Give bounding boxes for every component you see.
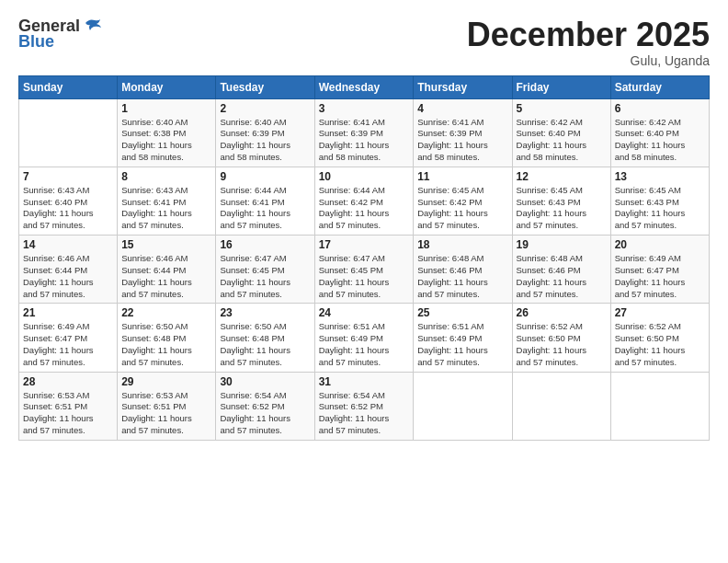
day-info: Sunrise: 6:45 AMSunset: 6:43 PMDaylight:…	[615, 185, 705, 232]
table-row: 15Sunrise: 6:46 AMSunset: 6:44 PMDayligh…	[118, 236, 216, 304]
day-number: 30	[220, 375, 310, 388]
calendar-week-row: 28Sunrise: 6:53 AMSunset: 6:51 PMDayligh…	[19, 372, 710, 440]
day-info: Sunrise: 6:46 AMSunset: 6:44 PMDaylight:…	[121, 253, 211, 300]
day-info: Sunrise: 6:53 AMSunset: 6:51 PMDaylight:…	[121, 390, 211, 437]
day-info: Sunrise: 6:41 AMSunset: 6:39 PMDaylight:…	[319, 117, 410, 164]
day-info: Sunrise: 6:42 AMSunset: 6:40 PMDaylight:…	[517, 117, 607, 164]
calendar-week-row: 7Sunrise: 6:43 AMSunset: 6:40 PMDaylight…	[19, 167, 710, 235]
day-number: 8	[121, 170, 211, 183]
table-row: 22Sunrise: 6:50 AMSunset: 6:48 PMDayligh…	[118, 304, 216, 372]
day-number: 19	[517, 238, 607, 251]
day-info: Sunrise: 6:47 AMSunset: 6:45 PMDaylight:…	[220, 253, 310, 300]
day-info: Sunrise: 6:44 AMSunset: 6:41 PMDaylight:…	[220, 185, 310, 232]
day-number: 20	[615, 238, 705, 251]
table-row: 7Sunrise: 6:43 AMSunset: 6:40 PMDaylight…	[19, 167, 118, 235]
day-number: 26	[517, 306, 607, 319]
calendar-header-row: Sunday Monday Tuesday Wednesday Thursday…	[19, 75, 710, 98]
day-info: Sunrise: 6:47 AMSunset: 6:45 PMDaylight:…	[319, 253, 410, 300]
table-row: 24Sunrise: 6:51 AMSunset: 6:49 PMDayligh…	[314, 304, 414, 372]
day-info: Sunrise: 6:53 AMSunset: 6:51 PMDaylight:…	[23, 390, 113, 437]
table-row: 26Sunrise: 6:52 AMSunset: 6:50 PMDayligh…	[512, 304, 610, 372]
month-title: December 2025	[467, 17, 710, 53]
table-row: 20Sunrise: 6:49 AMSunset: 6:47 PMDayligh…	[610, 236, 709, 304]
day-number: 12	[517, 170, 607, 183]
table-row: 19Sunrise: 6:48 AMSunset: 6:46 PMDayligh…	[512, 236, 610, 304]
day-info: Sunrise: 6:45 AMSunset: 6:43 PMDaylight:…	[517, 185, 607, 232]
day-number: 6	[615, 102, 705, 115]
day-info: Sunrise: 6:50 AMSunset: 6:48 PMDaylight:…	[121, 321, 211, 368]
col-saturday: Saturday	[610, 75, 709, 98]
day-info: Sunrise: 6:48 AMSunset: 6:46 PMDaylight:…	[517, 253, 607, 300]
day-number: 13	[615, 170, 705, 183]
day-info: Sunrise: 6:43 AMSunset: 6:40 PMDaylight:…	[23, 185, 113, 232]
day-info: Sunrise: 6:54 AMSunset: 6:52 PMDaylight:…	[319, 390, 410, 437]
day-info: Sunrise: 6:52 AMSunset: 6:50 PMDaylight:…	[517, 321, 607, 368]
day-info: Sunrise: 6:40 AMSunset: 6:39 PMDaylight:…	[220, 117, 310, 164]
day-number: 14	[23, 238, 113, 251]
day-info: Sunrise: 6:41 AMSunset: 6:39 PMDaylight:…	[417, 117, 507, 164]
table-row: 13Sunrise: 6:45 AMSunset: 6:43 PMDayligh…	[610, 167, 709, 235]
table-row: 5Sunrise: 6:42 AMSunset: 6:40 PMDaylight…	[512, 98, 610, 167]
col-tuesday: Tuesday	[216, 75, 314, 98]
table-row: 28Sunrise: 6:53 AMSunset: 6:51 PMDayligh…	[19, 372, 118, 440]
calendar-week-row: 1Sunrise: 6:40 AMSunset: 6:38 PMDaylight…	[19, 98, 710, 167]
table-row: 3Sunrise: 6:41 AMSunset: 6:39 PMDaylight…	[314, 98, 414, 167]
day-number: 4	[417, 102, 507, 115]
table-row: 25Sunrise: 6:51 AMSunset: 6:49 PMDayligh…	[414, 304, 512, 372]
table-row: 18Sunrise: 6:48 AMSunset: 6:46 PMDayligh…	[414, 236, 512, 304]
table-row: 31Sunrise: 6:54 AMSunset: 6:52 PMDayligh…	[314, 372, 414, 440]
day-number: 11	[417, 170, 507, 183]
day-number: 27	[615, 306, 705, 319]
table-row: 1Sunrise: 6:40 AMSunset: 6:38 PMDaylight…	[118, 98, 216, 167]
day-number: 28	[23, 375, 113, 388]
day-number: 16	[220, 238, 310, 251]
day-info: Sunrise: 6:54 AMSunset: 6:52 PMDaylight:…	[220, 390, 310, 437]
table-row: 30Sunrise: 6:54 AMSunset: 6:52 PMDayligh…	[216, 372, 314, 440]
header: General Blue December 2025 Gulu, Uganda	[18, 17, 710, 68]
day-number: 29	[121, 375, 211, 388]
calendar-week-row: 21Sunrise: 6:49 AMSunset: 6:47 PMDayligh…	[19, 304, 710, 372]
day-number: 1	[121, 102, 211, 115]
day-info: Sunrise: 6:43 AMSunset: 6:41 PMDaylight:…	[121, 185, 211, 232]
table-row: 14Sunrise: 6:46 AMSunset: 6:44 PMDayligh…	[19, 236, 118, 304]
col-monday: Monday	[118, 75, 216, 98]
day-info: Sunrise: 6:49 AMSunset: 6:47 PMDaylight:…	[23, 321, 113, 368]
day-info: Sunrise: 6:51 AMSunset: 6:49 PMDaylight:…	[417, 321, 507, 368]
day-number: 31	[319, 375, 410, 388]
day-info: Sunrise: 6:49 AMSunset: 6:47 PMDaylight:…	[615, 253, 705, 300]
day-info: Sunrise: 6:44 AMSunset: 6:42 PMDaylight:…	[319, 185, 410, 232]
logo: General Blue	[18, 17, 102, 52]
day-info: Sunrise: 6:52 AMSunset: 6:50 PMDaylight:…	[615, 321, 705, 368]
day-number: 17	[319, 238, 410, 251]
day-number: 18	[417, 238, 507, 251]
day-number: 25	[417, 306, 507, 319]
day-number: 23	[220, 306, 310, 319]
calendar: Sunday Monday Tuesday Wednesday Thursday…	[18, 75, 710, 441]
day-info: Sunrise: 6:48 AMSunset: 6:46 PMDaylight:…	[417, 253, 507, 300]
day-number: 9	[220, 170, 310, 183]
day-number: 10	[319, 170, 410, 183]
day-number: 7	[23, 170, 113, 183]
table-row: 12Sunrise: 6:45 AMSunset: 6:43 PMDayligh…	[512, 167, 610, 235]
day-number: 2	[220, 102, 310, 115]
day-number: 5	[517, 102, 607, 115]
table-row: 11Sunrise: 6:45 AMSunset: 6:42 PMDayligh…	[414, 167, 512, 235]
day-info: Sunrise: 6:50 AMSunset: 6:48 PMDaylight:…	[220, 321, 310, 368]
col-thursday: Thursday	[414, 75, 512, 98]
day-number: 24	[319, 306, 410, 319]
day-number: 21	[23, 306, 113, 319]
table-row: 10Sunrise: 6:44 AMSunset: 6:42 PMDayligh…	[314, 167, 414, 235]
day-info: Sunrise: 6:46 AMSunset: 6:44 PMDaylight:…	[23, 253, 113, 300]
table-row	[19, 98, 118, 167]
table-row: 4Sunrise: 6:41 AMSunset: 6:39 PMDaylight…	[414, 98, 512, 167]
day-info: Sunrise: 6:45 AMSunset: 6:42 PMDaylight:…	[417, 185, 507, 232]
title-area: December 2025 Gulu, Uganda	[467, 17, 710, 68]
table-row: 29Sunrise: 6:53 AMSunset: 6:51 PMDayligh…	[118, 372, 216, 440]
day-info: Sunrise: 6:42 AMSunset: 6:40 PMDaylight:…	[615, 117, 705, 164]
table-row: 6Sunrise: 6:42 AMSunset: 6:40 PMDaylight…	[610, 98, 709, 167]
table-row: 2Sunrise: 6:40 AMSunset: 6:39 PMDaylight…	[216, 98, 314, 167]
col-friday: Friday	[512, 75, 610, 98]
table-row: 21Sunrise: 6:49 AMSunset: 6:47 PMDayligh…	[19, 304, 118, 372]
day-info: Sunrise: 6:51 AMSunset: 6:49 PMDaylight:…	[319, 321, 410, 368]
logo-blue: Blue	[18, 32, 54, 52]
